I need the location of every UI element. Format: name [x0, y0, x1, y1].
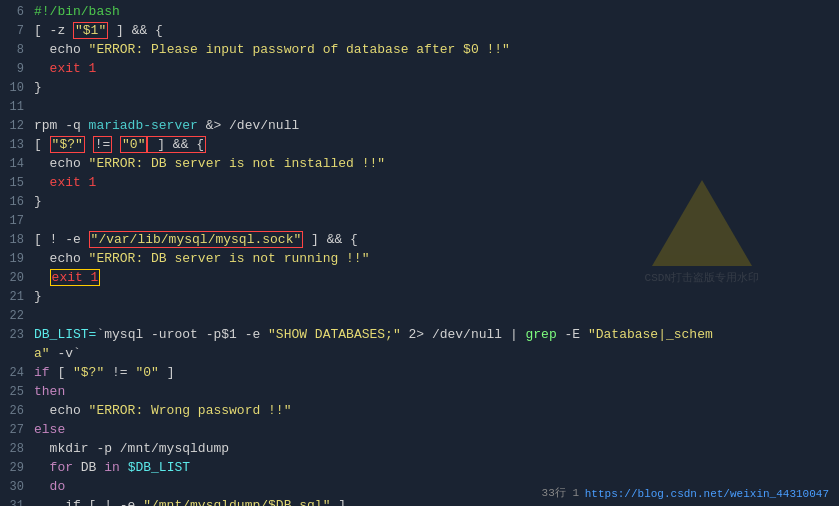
code-line: 10} [0, 80, 839, 99]
line-number: 27 [2, 423, 34, 437]
line-number: 29 [2, 461, 34, 475]
line-content [34, 308, 837, 323]
line-number: 22 [2, 309, 34, 323]
code-line: 8 echo "ERROR: Please input password of … [0, 42, 839, 61]
line-content [34, 99, 837, 114]
line-number: 17 [2, 214, 34, 228]
line-number: 20 [2, 271, 34, 285]
code-line: 28 mkdir -p /mnt/mysqldump [0, 441, 839, 460]
line-content: #!/bin/bash [34, 4, 837, 19]
line-number: 6 [2, 5, 34, 19]
line-content: a" -v` [34, 346, 837, 361]
line-number: 30 [2, 480, 34, 494]
code-line: 25then [0, 384, 839, 403]
line-number: 12 [2, 119, 34, 133]
code-line: 7[ -z "$1" ] && { [0, 23, 839, 42]
line-number: 26 [2, 404, 34, 418]
line-content: rpm -q mariadb-server &> /dev/null [34, 118, 837, 133]
code-line: 29 for DB in $DB_LIST [0, 460, 839, 479]
line-number: 19 [2, 252, 34, 266]
line-number: 13 [2, 138, 34, 152]
code-editor: 6#!/bin/bash7[ -z "$1" ] && {8 echo "ERR… [0, 0, 839, 506]
line-content: else [34, 422, 837, 437]
code-line: 13[ "$?" != "0" ] && { [0, 137, 839, 156]
line-content: echo "ERROR: DB server is not installed … [34, 156, 837, 171]
line-number: 14 [2, 157, 34, 171]
code-line: 20 exit 1 [0, 270, 839, 289]
code-line: 21} [0, 289, 839, 308]
line-content: [ ! -e "/var/lib/mysql/mysql.sock" ] && … [34, 232, 837, 247]
code-line: 23DB_LIST=`mysql -uroot -p$1 -e "SHOW DA… [0, 327, 839, 346]
line-content: echo "ERROR: DB server is not running !!… [34, 251, 837, 266]
line-content: then [34, 384, 837, 399]
line-content: for DB in $DB_LIST [34, 460, 837, 475]
line-number: 7 [2, 24, 34, 38]
line-content: echo "ERROR: Wrong password !!" [34, 403, 837, 418]
line-content: DB_LIST=`mysql -uroot -p$1 -e "SHOW DATA… [34, 327, 837, 342]
code-line: 24if [ "$?" != "0" ] [0, 365, 839, 384]
code-line: 12rpm -q mariadb-server &> /dev/null [0, 118, 839, 137]
code-line: 15 exit 1 [0, 175, 839, 194]
line-content: } [34, 80, 837, 95]
line-number: 11 [2, 100, 34, 114]
code-line: 11 [0, 99, 839, 118]
code-line: 16} [0, 194, 839, 213]
line-number: 24 [2, 366, 34, 380]
line-content: [ -z "$1" ] && { [34, 23, 837, 38]
code-line: 9 exit 1 [0, 61, 839, 80]
line-number: 21 [2, 290, 34, 304]
page-info: 33行 1 [542, 485, 579, 500]
line-content: mkdir -p /mnt/mysqldump [34, 441, 837, 456]
code-line: 18[ ! -e "/var/lib/mysql/mysql.sock" ] &… [0, 232, 839, 251]
line-number: 25 [2, 385, 34, 399]
line-number: 9 [2, 62, 34, 76]
line-number: 15 [2, 176, 34, 190]
line-number: 8 [2, 43, 34, 57]
line-content: [ "$?" != "0" ] && { [34, 137, 837, 152]
code-line: 14 echo "ERROR: DB server is not install… [0, 156, 839, 175]
code-line: 17 [0, 213, 839, 232]
line-number: 28 [2, 442, 34, 456]
url-text: https://blog.csdn.net/weixin_44310047 [585, 488, 829, 500]
code-line: 27else [0, 422, 839, 441]
code-line: 19 echo "ERROR: DB server is not running… [0, 251, 839, 270]
code-line: a" -v` [0, 346, 839, 365]
line-number: 23 [2, 328, 34, 342]
line-content: if [ "$?" != "0" ] [34, 365, 837, 380]
line-number: 18 [2, 233, 34, 247]
line-number: 16 [2, 195, 34, 209]
code-line: 22 [0, 308, 839, 327]
line-content: echo "ERROR: Please input password of da… [34, 42, 837, 57]
code-line: 6#!/bin/bash [0, 4, 839, 23]
line-content: exit 1 [34, 270, 837, 285]
line-content: exit 1 [34, 175, 837, 190]
line-content: } [34, 289, 837, 304]
line-number: 10 [2, 81, 34, 95]
code-line: 26 echo "ERROR: Wrong password !!" [0, 403, 839, 422]
line-content [34, 213, 837, 228]
line-number: 31 [2, 499, 34, 506]
line-content: exit 1 [34, 61, 837, 76]
line-content: } [34, 194, 837, 209]
